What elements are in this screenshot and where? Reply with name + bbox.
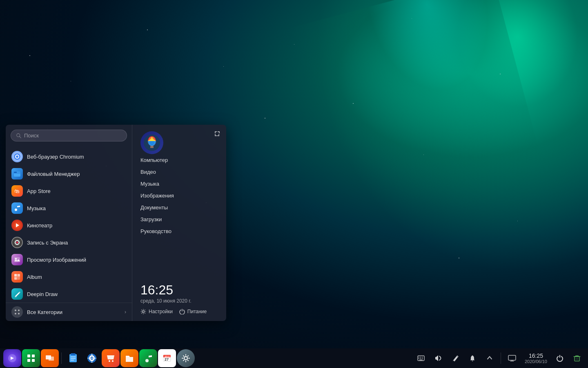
- svg-rect-18: [15, 296, 16, 297]
- power-taskbar-icon: [556, 355, 564, 362]
- taskbar-clipboard[interactable]: [64, 349, 82, 367]
- all-categories-icon: [11, 306, 23, 318]
- taskbar-show-desktop[interactable]: [482, 349, 497, 367]
- imageviewer-label: Просмотр Изображений: [27, 257, 86, 263]
- music-taskbar-icon: [144, 354, 153, 363]
- nav-downloads[interactable]: Загрузки: [140, 213, 218, 225]
- filemanager-icon: [125, 354, 134, 363]
- svg-rect-40: [49, 357, 54, 361]
- svg-rect-43: [71, 357, 76, 357]
- shop-icon: [106, 354, 115, 363]
- menu-right-panel: Компьютер Видео Музыка Изображения Докум…: [132, 125, 226, 321]
- nav-images[interactable]: Изображения: [140, 190, 218, 202]
- menu-left-panel: Поиск Веб-браузер Chromium: [6, 125, 132, 321]
- taskbar-pen[interactable]: [448, 349, 463, 367]
- taskbar-browser[interactable]: [83, 349, 101, 367]
- taskbar-settings[interactable]: [177, 349, 195, 367]
- screenrec-label: Запись с Экрана: [27, 240, 68, 246]
- music-icon: [11, 202, 23, 214]
- taskbar: MARCH 27 27: [0, 348, 588, 368]
- svg-point-50: [112, 360, 114, 362]
- clipboard-icon: [68, 353, 78, 364]
- taskbar-display[interactable]: [504, 349, 520, 367]
- bottom-actions: Настройки Питание: [140, 309, 218, 314]
- svg-point-25: [18, 310, 20, 311]
- nav-documents[interactable]: Документы: [140, 202, 218, 213]
- all-categories-left: Все Категории: [11, 306, 62, 318]
- trash-icon: [573, 355, 581, 362]
- show-desktop-icon: [486, 355, 493, 361]
- app-item-draw[interactable]: Deepin Draw: [6, 285, 132, 303]
- app-item-music[interactable]: Музыка: [6, 200, 132, 217]
- taskbar-music[interactable]: [139, 349, 157, 367]
- taskbar-notification[interactable]: [465, 349, 480, 367]
- search-bar[interactable]: Поиск: [11, 130, 127, 141]
- app-item-cinema[interactable]: Кинотеатр: [6, 217, 132, 234]
- nav-computer[interactable]: Компьютер: [140, 154, 218, 166]
- settings-button[interactable]: Настройки: [140, 309, 173, 314]
- svg-line-1: [20, 136, 21, 138]
- svg-rect-6: [14, 172, 17, 173]
- taskbar-right: 16:25 2020/06/10: [413, 349, 585, 367]
- calendar-icon: MARCH 27 27: [163, 354, 172, 363]
- svg-point-49: [109, 360, 110, 362]
- volume-icon: [434, 355, 442, 362]
- power-icon: [179, 309, 185, 314]
- taskbar-clock-time: 16:25: [529, 352, 543, 359]
- svg-rect-15: [14, 274, 17, 276]
- taskbar-shop[interactable]: [102, 349, 120, 367]
- svg-rect-65: [419, 360, 423, 361]
- nav-guide[interactable]: Руководство: [140, 225, 218, 237]
- imageviewer-icon: [11, 254, 23, 265]
- app-item-screenrec[interactable]: Запись с Экрана: [6, 234, 132, 251]
- nav-music[interactable]: Музыка: [140, 178, 218, 190]
- all-categories-item[interactable]: Все Категории ›: [6, 303, 132, 321]
- svg-rect-36: [32, 355, 35, 357]
- power-label: Питание: [187, 309, 207, 314]
- taskbar-launcher-grid[interactable]: [22, 349, 40, 367]
- power-button[interactable]: Питание: [179, 309, 207, 314]
- app-item-imageviewer[interactable]: Просмотр Изображений: [6, 251, 132, 268]
- display-icon: [508, 355, 516, 361]
- taskbar-calendar[interactable]: MARCH 27 27: [158, 349, 176, 367]
- svg-rect-63: [420, 358, 421, 359]
- taskbar-volume[interactable]: [430, 349, 446, 367]
- taskbar-filemanager[interactable]: [120, 349, 138, 367]
- app-item-appstore[interactable]: 🛍 App Store: [6, 182, 132, 200]
- app-item-album[interactable]: Album: [6, 268, 132, 285]
- app-item-chromium[interactable]: Веб-браузер Chromium: [6, 148, 132, 165]
- user-avatar[interactable]: [140, 131, 163, 154]
- app-menu: Поиск Веб-браузер Chromium: [6, 125, 226, 321]
- svg-rect-12: [14, 257, 20, 262]
- all-categories-label: Все Категории: [27, 309, 62, 315]
- expand-button[interactable]: [212, 129, 222, 139]
- album-label: Album: [27, 274, 42, 280]
- svg-point-11: [16, 242, 18, 243]
- draw-icon: [11, 288, 23, 300]
- taskbar-power[interactable]: [552, 349, 568, 367]
- cinema-icon: [11, 220, 23, 231]
- app-list: Веб-браузер Chromium Файловый Менеджер 🛍: [6, 146, 132, 303]
- taskbar-clock-date: 2020/06/10: [525, 359, 547, 364]
- svg-point-26: [15, 313, 16, 314]
- svg-point-51: [145, 359, 149, 362]
- browser-icon: [87, 353, 97, 364]
- cinema-label: Кинотеатр: [27, 222, 52, 229]
- svg-rect-60: [420, 357, 421, 358]
- taskbar-keyboard[interactable]: [413, 349, 429, 367]
- clock-date: среда, 10 июня 2020 г.: [140, 298, 218, 304]
- taskbar-multitask[interactable]: [41, 349, 59, 367]
- app-item-files[interactable]: Файловый Менеджер: [6, 165, 132, 182]
- svg-text:🛍: 🛍: [14, 188, 20, 194]
- svg-rect-44: [71, 358, 76, 359]
- taskbar-trash[interactable]: [569, 349, 585, 367]
- taskbar-divider-2: [501, 352, 501, 364]
- taskbar-clock[interactable]: 16:25 2020/06/10: [521, 352, 550, 364]
- svg-rect-42: [71, 353, 76, 355]
- nav-video[interactable]: Видео: [140, 166, 218, 178]
- launcher-grid-icon: [27, 354, 36, 363]
- settings-label: Настройки: [149, 309, 173, 314]
- pen-icon: [452, 355, 459, 362]
- deepin-icon: [7, 353, 17, 363]
- taskbar-deepin-launcher[interactable]: [3, 349, 21, 367]
